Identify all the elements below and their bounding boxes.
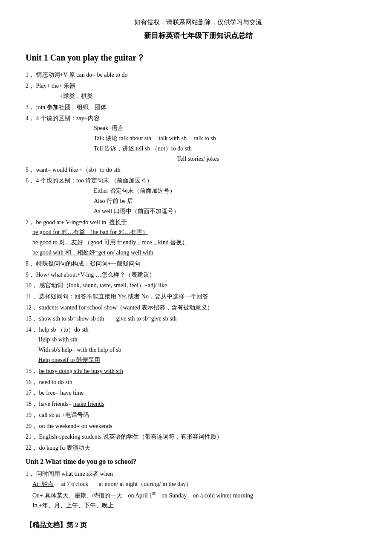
item-14-sub1: Help sb with sth bbox=[26, 335, 371, 345]
item-1-text: 情态动词+V 原 can do= be able to do bbox=[36, 72, 128, 78]
item-6-num: 6， bbox=[26, 177, 35, 184]
unit1-title: Unit 1 Can you play the guitar？ bbox=[26, 50, 371, 65]
header-title: 新目标英语七年级下册知识点总结 bbox=[26, 30, 371, 42]
item-19-num: 19， bbox=[26, 412, 37, 418]
item-15-text: be busy doing sth/ be busy with sth bbox=[39, 368, 123, 374]
item-18-num: 18， bbox=[26, 401, 37, 407]
item-4-sub2: Talk 谈论 talk about sth talk with sb talk… bbox=[26, 133, 371, 144]
item-10-num: 10， bbox=[26, 282, 37, 289]
item-4-sub4: Tell stories/ jokes bbox=[26, 154, 371, 164]
item-16: 16， need to do sth bbox=[26, 377, 371, 387]
item-15: 15， be busy doing sth/ be busy with sth bbox=[26, 366, 371, 376]
unit2-item-1: 1， 问时间用 what time 或者 when At+钟点 at 7 o'c… bbox=[26, 469, 371, 511]
item-21: 21， English-speaking students 说英语的学生（带有连… bbox=[26, 432, 371, 442]
item-17-num: 17， bbox=[26, 390, 37, 396]
item-7-sub2: be good to 对…友好 （good 可用 friendly，nice，k… bbox=[26, 237, 371, 248]
item-7-text: be good at+ V-ing=do well in 擅长于 bbox=[36, 219, 127, 225]
item-11: 11， 选择疑问句：回答不能直接用 Yes 或者 No，要从中选择一个回答 bbox=[26, 292, 371, 302]
item-16-text: need to do sth bbox=[39, 379, 72, 385]
item-20-num: 20， bbox=[26, 423, 37, 429]
item-2-text: Play+ the+ 乐器 bbox=[36, 83, 76, 89]
item-7-sub3: be good with 和…相处好=get on/ along well wi… bbox=[26, 248, 371, 258]
item-11-num: 11， bbox=[26, 293, 37, 300]
item-6-text: 4 个也的区别：too 肯定句末 （前面加逗号） bbox=[36, 177, 153, 184]
item-14: 14， help sb （to）do sth Help sb with sth … bbox=[26, 325, 371, 365]
item-1: 1， 情态动词+V 原 can do= be able to do bbox=[26, 70, 371, 80]
item-22: 22， do kung fu 表演功夫 bbox=[26, 443, 371, 453]
item-6-sub2: Also 行前 be 后 bbox=[26, 196, 371, 206]
item-7-sub1: be good for 对…有益 （be bad for 对…有害） bbox=[26, 227, 371, 237]
item-5-text: want= would like +（sb）to do sth bbox=[36, 167, 121, 173]
item-13-text: show sth to sb=show sb sth give sth to s… bbox=[39, 315, 177, 322]
footer: 【精品文档】第 2 页 bbox=[26, 519, 371, 531]
item-21-num: 21， bbox=[26, 434, 37, 440]
item-3-num: 3， bbox=[26, 104, 35, 110]
unit2-item-1-text: 问时间用 what time 或者 when bbox=[36, 471, 113, 477]
item-17-text: be free= have time bbox=[39, 390, 84, 396]
item-4-sub1: Speak+语言 bbox=[26, 123, 371, 133]
item-4-num: 4， bbox=[26, 115, 35, 121]
unit2-item-1-on: On+ 具体某天、星期、特指的一天 on April 1st on Sunday… bbox=[26, 489, 371, 500]
item-6-sub1: Either 否定句末（前面加逗号） bbox=[26, 186, 371, 196]
item-18: 18， have friends= make friends bbox=[26, 399, 371, 409]
item-2-num: 2， bbox=[26, 83, 35, 89]
item-17: 17， be free= have time bbox=[26, 388, 371, 398]
item-13: 13， show sth to sb=show sb sth give sth … bbox=[26, 314, 371, 324]
item-19: 19， call sb at +电话号码 bbox=[26, 410, 371, 420]
item-13-num: 13， bbox=[26, 315, 37, 322]
item-22-num: 22， bbox=[26, 445, 37, 451]
item-8: 8， 特殊疑问句的构成：疑问词+一般疑问句 bbox=[26, 259, 371, 269]
item-9-num: 9， bbox=[26, 272, 35, 278]
unit2-item-1-at: At+钟点 at 7 o'clock at noon/ at night（dur… bbox=[26, 479, 371, 489]
item-10-text: 感官动词（look, sound, taste, smell, feel）+ad… bbox=[39, 282, 167, 289]
item-4: 4， 4 个说的区别：say+内容 Speak+语言 Talk 谈论 talk … bbox=[26, 113, 371, 164]
item-4-sub3: Tell 告诉，讲述 tell sb （not）to do sth bbox=[26, 144, 371, 154]
item-12: 12， students wanted for school show（want… bbox=[26, 303, 371, 313]
item-9-text: How/ what about+V-ing …怎么样？（表建议） bbox=[36, 272, 155, 278]
item-20: 20， on the weekend= on weekends bbox=[26, 421, 371, 431]
item-6-sub3: As well 口语中（前面不加逗号） bbox=[26, 206, 371, 217]
item-19-text: call sb at +电话号码 bbox=[39, 412, 89, 418]
item-22-text: do kung fu 表演功夫 bbox=[39, 445, 90, 451]
item-3: 3， join 参加社团、组织、团体 bbox=[26, 102, 371, 113]
item-5-num: 5， bbox=[26, 167, 35, 173]
item-14-num: 14， bbox=[26, 327, 37, 333]
item-16-num: 16， bbox=[26, 379, 37, 385]
item-14-sub3: Help oneself to 随便享用 bbox=[26, 355, 371, 365]
unit2-item-1-in: In +年、月、上午、下午、晚上 bbox=[26, 500, 371, 511]
unit2-title: Unit 2 What time do you go to school? bbox=[26, 456, 371, 467]
item-2-sub: +球类，棋类 bbox=[26, 91, 371, 101]
header-notice: 如有侵权，请联系网站删除，仅供学习与交流 bbox=[26, 17, 371, 28]
item-11-text: 选择疑问句：回答不能直接用 Yes 或者 No，要从中选择一个回答 bbox=[39, 293, 208, 300]
item-15-num: 15， bbox=[26, 368, 37, 374]
item-14-text: help sb （to）do sth bbox=[39, 327, 89, 333]
item-4-text: 4 个说的区别：say+内容 bbox=[36, 115, 100, 121]
item-9: 9， How/ what about+V-ing …怎么样？（表建议） bbox=[26, 270, 371, 280]
item-7-num: 7， bbox=[26, 219, 35, 225]
item-1-num: 1， bbox=[26, 72, 35, 78]
item-8-text: 特殊疑问句的构成：疑问词+一般疑问句 bbox=[36, 260, 141, 267]
item-3-text: join 参加社团、组织、团体 bbox=[36, 104, 107, 110]
item-21-text: English-speaking students 说英语的学生（带有连词符，有… bbox=[39, 434, 222, 440]
item-6: 6， 4 个也的区别：too 肯定句末 （前面加逗号） Either 否定句末（… bbox=[26, 176, 371, 216]
item-10: 10， 感官动词（look, sound, taste, smell, feel… bbox=[26, 280, 371, 291]
item-7: 7， be good at+ V-ing=do well in 擅长于 be g… bbox=[26, 217, 371, 258]
item-2: 2， Play+ the+ 乐器 +球类，棋类 bbox=[26, 81, 371, 101]
unit2-item-1-num: 1， bbox=[26, 471, 35, 477]
item-8-num: 8， bbox=[26, 260, 35, 267]
item-12-num: 12， bbox=[26, 304, 37, 311]
item-14-sub2: With sb's help= with the help of sb bbox=[26, 345, 371, 355]
item-18-text: have friends= make friends bbox=[39, 401, 104, 407]
item-5: 5， want= would like +（sb）to do sth bbox=[26, 165, 371, 175]
item-12-text: students wanted for school show（wanted 表… bbox=[39, 304, 213, 311]
item-20-text: on the weekend= on weekends bbox=[39, 423, 112, 429]
